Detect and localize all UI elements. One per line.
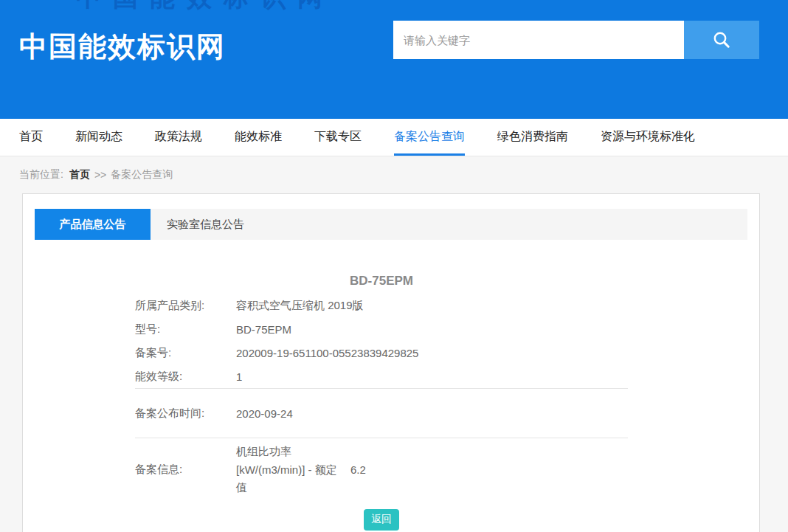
- field-value: 1: [236, 370, 242, 383]
- site-header: 中国能效标识网 中国能效标识网: [0, 0, 788, 119]
- product-title: BD-75EPM: [135, 274, 628, 289]
- content-card: 产品信息公告 实验室信息公告 BD-75EPM 所属产品类别: 容积式空气压缩机…: [22, 193, 760, 532]
- record-param-value: 6.2: [350, 463, 366, 476]
- field-row-category: 所属产品类别: 容积式空气压缩机 2019版: [135, 294, 628, 317]
- field-row-publish-date: 备案公布时间: 2020-09-24: [135, 389, 628, 438]
- nav-item-home[interactable]: 首页: [19, 119, 43, 156]
- nav-item-record-query[interactable]: 备案公告查询: [394, 119, 465, 156]
- tab-bar: 产品信息公告 实验室信息公告: [35, 209, 747, 240]
- field-row-record-number: 备案号: 202009-19-651100-05523839429825: [135, 341, 628, 365]
- field-value: 202009-19-651100-05523839429825: [236, 347, 418, 359]
- nav-item-standards[interactable]: 能效标准: [235, 119, 282, 156]
- nav-item-policy[interactable]: 政策法规: [155, 119, 202, 156]
- field-row-record-info: 备案信息: 机组比功率[kW/(m3/min)] - 额定值 6.2: [135, 438, 628, 500]
- nav-item-resources-env[interactable]: 资源与环境标准化: [601, 119, 695, 156]
- field-value: BD-75EPM: [236, 323, 291, 336]
- field-row-efficiency-grade: 能效等级: 1: [135, 365, 628, 388]
- breadcrumb-current: 备案公告查询: [111, 168, 173, 182]
- nav-item-green-guide[interactable]: 绿色消费指南: [497, 119, 568, 156]
- main-nav: 首页 新闻动态 政策法规 能效标准 下载专区 备案公告查询 绿色消费指南 资源与…: [0, 119, 788, 156]
- breadcrumb-home-link[interactable]: 首页: [69, 168, 90, 182]
- field-label: 能效等级:: [135, 370, 236, 384]
- button-row: 返回: [135, 509, 628, 531]
- field-label: 备案公布时间:: [135, 407, 236, 421]
- product-detail: BD-75EPM 所属产品类别: 容积式空气压缩机 2019版 型号: BD-7…: [135, 274, 628, 531]
- field-label: 备案号:: [135, 346, 236, 360]
- field-label: 备案信息:: [135, 463, 236, 477]
- nav-item-news[interactable]: 新闻动态: [75, 119, 122, 156]
- breadcrumb: 当前位置: 首页 >> 备案公告查询: [0, 156, 788, 193]
- breadcrumb-separator: >>: [94, 169, 106, 181]
- search-bar: [393, 21, 759, 59]
- field-label: 型号:: [135, 322, 236, 336]
- search-icon: [711, 30, 732, 50]
- logo-ghost-text: 中国能效标识网: [76, 0, 334, 15]
- back-button[interactable]: 返回: [364, 509, 399, 531]
- nav-item-downloads[interactable]: 下载专区: [314, 119, 362, 156]
- field-value: 容积式空气压缩机 2019版: [236, 299, 364, 313]
- record-param-name: 机组比功率[kW/(m3/min)] - 额定值: [236, 443, 337, 497]
- tab-product-info[interactable]: 产品信息公告: [35, 209, 151, 240]
- field-label: 所属产品类别:: [135, 299, 236, 313]
- tab-lab-info[interactable]: 实验室信息公告: [151, 209, 260, 240]
- field-value: 2020-09-24: [236, 407, 293, 420]
- search-input[interactable]: [393, 21, 684, 59]
- search-button[interactable]: [684, 21, 759, 59]
- field-row-model: 型号: BD-75EPM: [135, 317, 628, 341]
- site-logo[interactable]: 中国能效标识网: [19, 28, 226, 66]
- breadcrumb-prefix: 当前位置:: [19, 168, 63, 182]
